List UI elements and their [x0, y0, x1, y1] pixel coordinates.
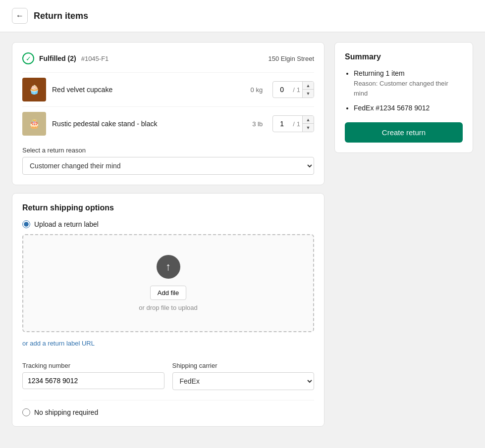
summary-item-2-main: FedEx #1234 5678 9012 — [354, 104, 430, 112]
qty-input-1[interactable] — [273, 84, 291, 96]
summary-item-1-sub: Reason: Customer changed their mind — [354, 79, 463, 98]
add-file-button[interactable]: Add file — [150, 286, 186, 300]
carrier-select[interactable]: FedEx UPS USPS DHL Other — [172, 372, 315, 390]
qty-divider-2: / — [291, 120, 297, 128]
qty-up-2[interactable]: ▲ — [303, 116, 314, 124]
upload-icon: ↑ — [157, 255, 180, 279]
product-name-1: Red velvet cupcake — [52, 86, 245, 94]
qty-control-2: / 1 ▲ ▼ — [272, 115, 314, 132]
left-column: ✓ Fulfilled (2) #1045-F1 150 Elgin Stree… — [12, 42, 324, 427]
shipping-address: 150 Elgin Street — [268, 55, 314, 62]
page-title: Return items — [34, 11, 88, 21]
no-shipping-radio[interactable] — [22, 408, 30, 416]
create-return-button[interactable]: Create return — [345, 122, 463, 143]
back-button[interactable]: ← — [12, 8, 28, 24]
shipping-options-card: Return shipping options Upload a return … — [12, 193, 324, 427]
return-reason-section: Select a return reason Customer changed … — [22, 147, 314, 175]
main-layout: ✓ Fulfilled (2) #1045-F1 150 Elgin Stree… — [0, 32, 485, 437]
return-reason-select[interactable]: Customer changed their mind Item not as … — [22, 157, 314, 175]
upload-label-text: Upload a return label — [34, 220, 99, 228]
summary-item-2: FedEx #1234 5678 9012 — [354, 103, 463, 113]
tracking-field: Tracking number — [22, 362, 164, 390]
product-row-2: 🎂 Rustic pedestal cake stand - black 3 l… — [22, 106, 314, 141]
carrier-field: Shipping carrier FedEx UPS USPS DHL Othe… — [172, 362, 315, 390]
no-shipping-option: No shipping required — [22, 400, 314, 416]
summary-item-1-main: Returning 1 item — [354, 69, 405, 77]
summary-list: Returning 1 item Reason: Customer change… — [345, 68, 463, 113]
product-thumbnail-2: 🎂 — [22, 112, 46, 136]
order-id: #1045-F1 — [81, 55, 109, 62]
product-row: 🧁 Red velvet cupcake 0 kg / 1 ▲ ▼ — [22, 72, 314, 106]
upload-label-option: Upload a return label — [22, 220, 314, 228]
qty-max-2: 1 — [297, 118, 302, 130]
upload-area[interactable]: ↑ Add file or drop file to upload — [22, 234, 314, 332]
upload-arrow-icon: ↑ — [165, 260, 171, 273]
return-reason-label: Select a return reason — [22, 147, 314, 154]
summary-title: Summary — [345, 52, 463, 61]
qty-max-1: 1 — [297, 84, 302, 96]
no-shipping-label: No shipping required — [34, 408, 98, 416]
summary-item-1: Returning 1 item Reason: Customer change… — [354, 68, 463, 98]
qty-arrows-1: ▲ ▼ — [302, 82, 314, 98]
add-url-link[interactable]: or add a return label URL — [22, 340, 95, 347]
shipping-section-title: Return shipping options — [22, 203, 314, 212]
tracking-input[interactable] — [22, 372, 164, 389]
right-column: Summary Returning 1 item Reason: Custome… — [334, 42, 473, 153]
qty-down-1[interactable]: ▼ — [303, 90, 314, 98]
product-weight-1: 0 kg — [251, 86, 263, 94]
product-thumbnail-1: 🧁 — [22, 78, 46, 101]
tracking-row: Tracking number Shipping carrier FedEx U… — [22, 362, 314, 390]
product-weight-2: 3 lb — [252, 120, 263, 128]
summary-card: Summary Returning 1 item Reason: Custome… — [334, 42, 473, 153]
qty-arrows-2: ▲ ▼ — [302, 116, 314, 132]
fulfilled-card: ✓ Fulfilled (2) #1045-F1 150 Elgin Stree… — [12, 42, 324, 185]
fulfilled-label: Fulfilled (2) — [39, 54, 76, 62]
check-icon: ✓ — [22, 52, 34, 64]
page-header: ← Return items — [0, 0, 485, 32]
fulfilled-left: ✓ Fulfilled (2) #1045-F1 — [22, 52, 108, 64]
qty-divider-1: / — [291, 86, 297, 94]
back-arrow-icon: ← — [16, 11, 24, 20]
qty-input-2[interactable] — [273, 118, 291, 130]
product-name-2: Rustic pedestal cake stand - black — [52, 120, 246, 128]
upload-label-radio[interactable] — [22, 220, 30, 228]
carrier-label: Shipping carrier — [172, 362, 315, 369]
fulfilled-header: ✓ Fulfilled (2) #1045-F1 150 Elgin Stree… — [22, 52, 314, 64]
drop-text: or drop file to upload — [33, 304, 303, 311]
tracking-label: Tracking number — [22, 362, 164, 369]
qty-control-1: / 1 ▲ ▼ — [272, 81, 314, 98]
qty-up-1[interactable]: ▲ — [303, 82, 314, 90]
qty-down-2[interactable]: ▼ — [303, 124, 314, 132]
